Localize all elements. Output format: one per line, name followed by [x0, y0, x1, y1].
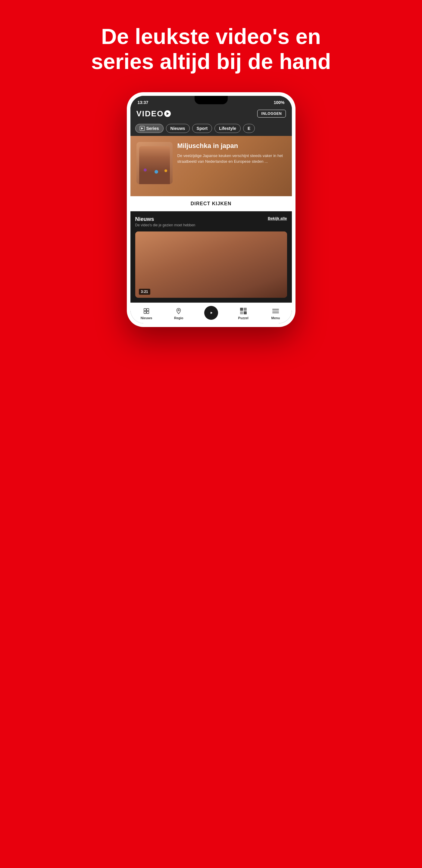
login-button[interactable]: INLOGGEN: [257, 110, 286, 118]
featured-thumbnail: [136, 142, 172, 184]
svg-rect-1: [147, 308, 149, 310]
bekijk-alle-link[interactable]: Bekijk alle: [268, 216, 287, 221]
menu-icon-lines: [272, 309, 279, 313]
hero-heading: De leukste video's en series altijd bij …: [61, 0, 362, 92]
nav-tab-sport[interactable]: Sport: [192, 124, 213, 133]
bottom-nav-regio[interactable]: Regio: [163, 307, 195, 320]
section-title-group: Nieuws De video's die je gezien moet heb…: [135, 216, 195, 227]
svg-rect-0: [144, 308, 146, 310]
nav-tab-series[interactable]: Series: [135, 124, 164, 133]
app-play-icon: [164, 110, 171, 117]
video-card[interactable]: 3:21: [135, 231, 287, 298]
bottom-nav-play[interactable]: [195, 306, 227, 321]
nieuws-section: Nieuws De video's die je gezien moet heb…: [130, 211, 292, 303]
app-name-text: VIDEO: [136, 109, 164, 119]
phone-mockup: 13:37 100% VIDEO INLOGGEN Series N: [127, 92, 295, 327]
app-header: VIDEO INLOGGEN: [130, 105, 292, 121]
section-subtitle: De video's die je gezien moet hebben: [135, 223, 195, 227]
nav-tabs: Series Nieuws Sport Lifestyle E: [130, 121, 292, 136]
flower-purple: [144, 168, 147, 172]
tab-label-extra: E: [248, 126, 250, 131]
regio-nav-icon: [175, 307, 183, 315]
direct-kijken-button[interactable]: DIRECT KIJKEN: [130, 196, 292, 211]
puzzel-grid: [240, 308, 247, 314]
puzzel-nav-label: Puzzel: [238, 316, 249, 320]
bottom-nav-menu[interactable]: Menu: [259, 307, 292, 320]
app-logo: VIDEO: [136, 109, 171, 119]
play-center-button[interactable]: [204, 306, 218, 320]
nieuws-nav-icon: [142, 307, 150, 315]
svg-rect-2: [144, 311, 146, 313]
video-thumbnail: 3:21: [135, 231, 287, 298]
puzzel-nav-icon: [239, 307, 247, 315]
person-body: [139, 146, 170, 184]
featured-card: Miljuschka in japan De veelzijdige Japan…: [130, 136, 292, 196]
video-duration: 3:21: [139, 289, 150, 295]
flower-blue: [155, 170, 158, 174]
phone-notch: [195, 96, 228, 104]
nieuws-nav-label: Nieuws: [141, 316, 153, 320]
bottom-navigation: Nieuws Regio: [130, 303, 292, 323]
svg-rect-3: [147, 311, 149, 313]
tab-label-nieuws: Nieuws: [170, 126, 185, 131]
tab-label-lifestyle: Lifestyle: [219, 126, 236, 131]
section-title: Nieuws: [135, 216, 195, 222]
series-icon: [140, 126, 144, 131]
svg-point-4: [178, 310, 180, 311]
regio-nav-label: Regio: [174, 316, 184, 320]
featured-description: De veelzijdige Japanse keuken verschijnt…: [177, 153, 286, 164]
phone-frame: 13:37 100% VIDEO INLOGGEN Series N: [127, 92, 295, 327]
bottom-nav-nieuws[interactable]: Nieuws: [130, 307, 163, 320]
bottom-nav-puzzel[interactable]: Puzzel: [227, 307, 259, 320]
status-bar: 13:37 100%: [130, 96, 292, 105]
nav-tab-nieuws[interactable]: Nieuws: [166, 124, 190, 133]
menu-nav-label: Menu: [271, 316, 280, 320]
featured-info: Miljuschka in japan De veelzijdige Japan…: [177, 142, 286, 164]
thumbnail-person: [136, 142, 172, 184]
tab-label-series: Series: [147, 126, 159, 131]
phone-screen: 13:37 100% VIDEO INLOGGEN Series N: [130, 96, 292, 323]
featured-title: Miljuschka in japan: [177, 142, 286, 150]
section-header: Nieuws De video's die je gezien moet heb…: [135, 216, 287, 227]
nav-tab-extra[interactable]: E: [243, 124, 255, 133]
tab-label-sport: Sport: [197, 126, 208, 131]
menu-nav-icon: [272, 307, 280, 315]
status-battery: 100%: [274, 100, 285, 105]
flower-yellow: [164, 169, 167, 172]
nav-tab-lifestyle[interactable]: Lifestyle: [215, 124, 241, 133]
status-time: 13:37: [138, 100, 149, 105]
